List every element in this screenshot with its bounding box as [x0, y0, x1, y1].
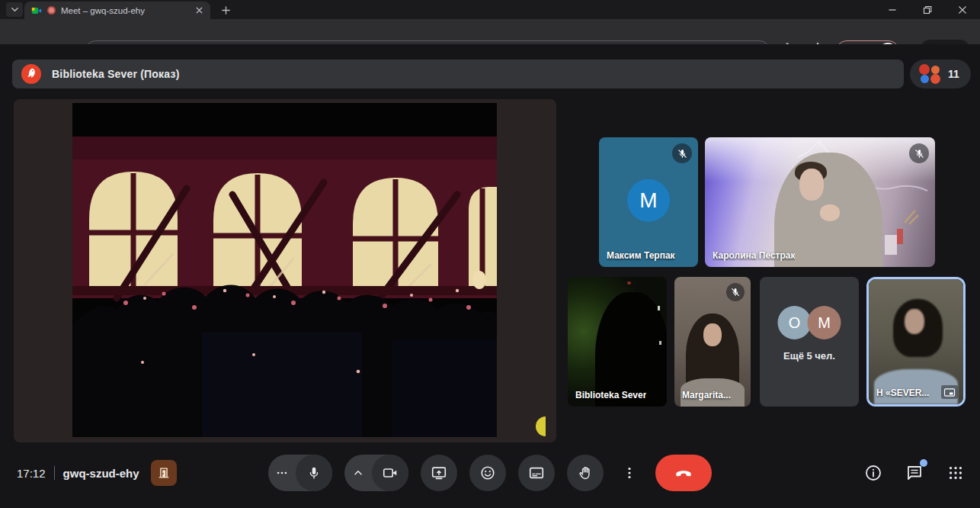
tab-search-button[interactable] — [6, 2, 23, 17]
tile-overflow-participants[interactable]: O M Ещё 5 чел. — [760, 277, 859, 407]
overflow-avatars: O M — [778, 306, 841, 339]
participant-count: 11 — [948, 68, 959, 80]
call-controls — [268, 455, 712, 491]
minimize-icon — [888, 5, 897, 14]
meet-page: Biblioteka Sever (Показ) 11 — [0, 44, 980, 508]
close-window-button[interactable] — [945, 0, 980, 19]
video-options-button[interactable] — [344, 468, 372, 478]
participant-name: Biblioteka Sever — [575, 390, 646, 400]
new-tab-button[interactable] — [218, 3, 233, 17]
present-icon — [431, 465, 447, 481]
meeting-info: 17:12 gwq-szud-ehy — [17, 455, 177, 491]
browser-tab-strip: Meet – gwq-szud-ehy — [0, 0, 980, 19]
more-options-button[interactable] — [616, 455, 643, 491]
restore-button[interactable] — [910, 0, 945, 19]
participants-avatars — [919, 64, 941, 84]
mic-icon — [306, 465, 322, 481]
banner-title: Biblioteka Sever (Показ) — [52, 68, 180, 80]
divider — [54, 466, 55, 480]
captions-button[interactable] — [518, 455, 555, 491]
door-extension-button[interactable] — [151, 460, 177, 486]
tab-recording-indicator — [47, 6, 56, 14]
activities-button[interactable] — [943, 461, 968, 485]
overflow-label: Ещё 5 чел. — [760, 350, 859, 362]
shared-video-frame — [72, 103, 497, 437]
mic-off-icon — [914, 148, 925, 159]
participant-name: Н «SEVER... — [876, 387, 929, 398]
tile-biblioteka-sever[interactable]: Biblioteka Sever — [568, 277, 667, 407]
mic-control-group — [268, 455, 332, 491]
raise-hand-icon — [578, 465, 594, 481]
avatar-letter: M — [639, 188, 657, 213]
smiley-icon — [479, 465, 496, 481]
tab-title: Meet – gwq-szud-ehy — [61, 6, 190, 15]
close-icon — [958, 5, 967, 14]
mic-off-badge — [909, 143, 929, 163]
info-icon — [864, 464, 882, 482]
meet-favicon — [31, 5, 42, 16]
tile-margarita[interactable]: Margarita... — [674, 277, 751, 407]
tile-h-sever[interactable]: Н «SEVER... — [866, 277, 966, 407]
plus-icon — [221, 5, 231, 15]
presentation-tile[interactable] — [14, 99, 556, 442]
camera-icon — [382, 465, 399, 481]
raise-hand-button[interactable] — [567, 455, 604, 491]
presenting-banner: Biblioteka Sever (Показ) — [12, 59, 904, 88]
pip-button[interactable] — [941, 385, 958, 399]
meeting-code: gwq-szud-ehy — [63, 467, 139, 480]
end-call-icon — [674, 463, 693, 483]
end-call-button[interactable] — [655, 455, 712, 491]
camera-control-group — [344, 455, 408, 491]
tab-close-icon[interactable] — [195, 6, 203, 14]
overflow-avatar-o: O — [778, 306, 812, 339]
film-scene — [72, 103, 497, 437]
more-vertical-icon — [623, 466, 636, 480]
participant-name: Каролина Пестрак — [713, 250, 795, 261]
clock-time: 17:12 — [17, 467, 46, 480]
door-icon — [157, 466, 171, 480]
mic-off-icon — [730, 287, 741, 297]
chevron-down-icon — [11, 5, 19, 14]
video-feed — [705, 137, 935, 267]
reaction-indicator — [536, 416, 546, 436]
participant-name: Максим Терпак — [607, 250, 675, 261]
chat-icon — [905, 464, 924, 482]
mic-off-badge — [726, 283, 745, 301]
captions-icon — [528, 465, 545, 481]
browser-tab-meet[interactable]: Meet – gwq-szud-ehy — [24, 2, 210, 19]
audio-options-button[interactable] — [268, 467, 296, 479]
panel-buttons — [861, 455, 968, 491]
tile-maksym-terpak[interactable]: M Максим Терпак — [599, 137, 698, 267]
mic-off-badge — [672, 143, 692, 163]
browser-toolbar: https://meet.google.com/gwq-szud-ehy?pli… — [0, 19, 980, 44]
tile-karolina-pestrak[interactable]: Каролина Пестрак — [705, 137, 935, 267]
minimize-button[interactable] — [875, 0, 910, 19]
camera-button[interactable] — [372, 455, 408, 491]
more-horizontal-icon — [276, 467, 288, 479]
picture-in-picture-icon — [943, 387, 956, 397]
chevron-up-icon — [353, 468, 363, 478]
chat-notification-dot — [920, 459, 927, 467]
letter-avatar: M — [627, 179, 670, 222]
window-controls — [875, 0, 980, 19]
microphone-button[interactable] — [296, 455, 332, 491]
meeting-details-button[interactable] — [861, 461, 886, 485]
apps-grid-icon — [947, 465, 964, 481]
sever-logo — [21, 64, 41, 84]
present-screen-button[interactable] — [421, 455, 457, 491]
chat-button[interactable] — [902, 461, 927, 485]
mic-off-icon — [677, 148, 688, 159]
participants-button[interactable]: 11 — [910, 59, 971, 88]
restore-icon — [923, 5, 932, 14]
overflow-avatar-m: M — [808, 306, 841, 339]
reactions-button[interactable] — [469, 455, 506, 491]
participant-name: Margarita... — [682, 390, 731, 400]
